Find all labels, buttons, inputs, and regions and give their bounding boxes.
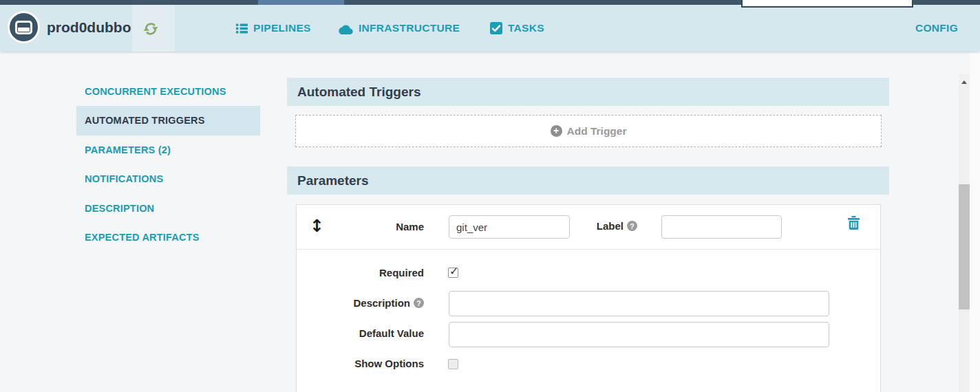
sidebar-item-description[interactable]: DESCRIPTION xyxy=(76,194,260,224)
drag-vertical-icon[interactable]: ↕ xyxy=(310,215,324,237)
add-trigger-label: Add Trigger xyxy=(567,125,627,138)
parameter-default-value-input[interactable] xyxy=(449,322,829,347)
automated-triggers-section-title: Automated Triggers xyxy=(287,78,889,106)
name-label: Name xyxy=(324,221,424,232)
browser-urlbar-sliver[interactable] xyxy=(741,0,913,8)
check-square-icon xyxy=(490,22,502,34)
sidebar-item-automated-triggers[interactable]: AUTOMATED TRIGGERS xyxy=(76,106,260,135)
nav-config[interactable]: CONFIG xyxy=(915,5,958,52)
parameter-description-input[interactable] xyxy=(449,291,829,316)
window-right-edge xyxy=(970,52,980,392)
parameters-section-title: Parameters xyxy=(287,166,889,195)
spinnaker-logo[interactable] xyxy=(8,11,40,43)
required-checkbox[interactable] xyxy=(448,268,458,278)
nav-infrastructure-label: INFRASTRUCTURE xyxy=(359,22,460,34)
question-circle-icon[interactable] xyxy=(414,298,424,308)
required-label: Required xyxy=(324,267,424,279)
parameter-card-header-row: ↕ Name Label xyxy=(297,205,880,250)
browser-active-tab-sliver[interactable] xyxy=(258,0,344,5)
description-label: Description xyxy=(353,297,410,309)
sidebar-item-notifications[interactable]: NOTIFICATIONS xyxy=(76,164,260,194)
add-trigger-button[interactable]: Add Trigger xyxy=(295,115,882,147)
app-header: prod0dubbo PIPELINES xyxy=(0,5,980,52)
cloud-icon xyxy=(339,23,353,34)
parameter-card: ↕ Name Label Required De xyxy=(296,204,881,392)
scrollbar-up-arrow-icon[interactable] xyxy=(959,74,970,89)
show-options-checkbox[interactable] xyxy=(448,359,458,369)
label-label-group: Label xyxy=(524,220,637,232)
application-icon xyxy=(15,21,32,34)
sidebar-item-parameters[interactable]: PARAMETERS (2) xyxy=(76,135,260,165)
sidebar-item-concurrent-executions[interactable]: CONCURRENT EXECUTIONS xyxy=(76,77,260,107)
vertical-scrollbar-thumb[interactable] xyxy=(959,184,970,309)
nav-pipelines[interactable]: PIPELINES xyxy=(236,5,311,52)
question-circle-icon[interactable] xyxy=(627,221,637,231)
nav-pipelines-label: PIPELINES xyxy=(253,22,311,34)
show-options-label: Show Options xyxy=(324,358,424,369)
refresh-icon[interactable] xyxy=(143,21,160,37)
nav-tasks-label: TASKS xyxy=(508,22,544,34)
description-label-group: Description xyxy=(310,297,424,309)
parameter-label-input[interactable] xyxy=(661,215,782,239)
label-label: Label xyxy=(597,220,624,232)
default-value-label: Default Value xyxy=(324,327,424,339)
application-name: prod0dubbo xyxy=(47,5,131,52)
plus-circle-icon xyxy=(551,125,562,137)
sidebar-item-expected-artifacts[interactable]: EXPECTED ARTIFACTS xyxy=(76,223,260,252)
spinnaker-pipeline-config-window: prod0dubbo PIPELINES xyxy=(0,0,980,392)
trash-icon[interactable] xyxy=(848,214,866,232)
nav-infrastructure[interactable]: INFRASTRUCTURE xyxy=(339,5,460,52)
list-icon xyxy=(236,23,248,34)
nav-tasks[interactable]: TASKS xyxy=(490,5,544,52)
